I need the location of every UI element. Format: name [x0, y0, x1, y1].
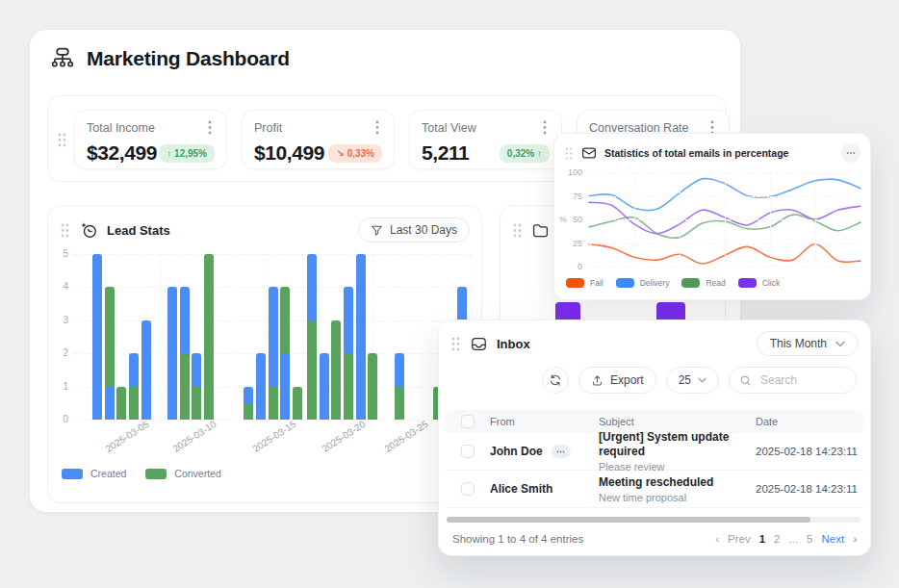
lead-stats-title: Lead Stats — [107, 223, 170, 238]
row-checkbox[interactable] — [461, 482, 475, 496]
bar-segment — [256, 353, 266, 420]
bar-segment — [180, 287, 190, 353]
legend-swatch — [738, 278, 757, 288]
drag-handle-icon[interactable] — [60, 222, 70, 239]
legend-item: Delivery — [616, 278, 670, 288]
stat-value: $10,499 — [254, 141, 324, 165]
horizontal-scrollbar[interactable] — [447, 517, 860, 523]
kebab-icon[interactable] — [540, 119, 550, 136]
x-axis-label: 2025-03-20 — [314, 415, 372, 458]
bar — [395, 353, 404, 420]
kebab-icon[interactable] — [205, 119, 215, 136]
email-subject: [Urgent] System update required — [599, 430, 756, 459]
legend-swatch — [62, 469, 83, 479]
bar-segment — [331, 320, 341, 420]
email-stats-card: Statistics of total emails in percentage… — [553, 133, 871, 300]
bar-segment — [395, 353, 404, 386]
legend-swatch — [145, 469, 167, 479]
prev-chevron[interactable]: ‹ — [715, 533, 719, 545]
page-5[interactable]: 5 — [807, 533, 812, 545]
bar-segment — [116, 387, 126, 420]
stat-label: Profit — [254, 121, 282, 135]
bar-segment — [192, 387, 201, 420]
y-axis-tick: 2 — [53, 347, 68, 358]
gridline — [161, 254, 162, 420]
table-row[interactable]: John Doe [Urgent] System update required… — [446, 433, 863, 471]
page-1[interactable]: 1 — [759, 533, 765, 545]
legend-label: Read — [706, 278, 725, 288]
stat-card-total-income: Total Income $32,499 ↑ 12,95% — [74, 110, 227, 169]
page-2[interactable]: 2 — [774, 533, 780, 545]
legend-label: Converted — [174, 468, 220, 479]
drag-handle-icon[interactable] — [564, 146, 574, 161]
gridline — [815, 172, 816, 267]
search-input[interactable] — [758, 372, 846, 388]
bar — [244, 387, 253, 420]
drag-handle-icon[interactable] — [57, 132, 67, 148]
email-stats-legend: FailDeliveryReadClick — [566, 278, 780, 288]
trend-badge: 0,32% ↑ — [500, 144, 550, 163]
bar-segment — [344, 353, 353, 420]
envelope-icon — [581, 145, 597, 161]
page-size-select[interactable]: 25 — [666, 367, 719, 394]
bar-segment — [105, 287, 115, 386]
x-axis-label: 2025-03-25 — [376, 415, 435, 458]
bar-segment — [280, 287, 290, 353]
export-button[interactable]: Export — [578, 367, 656, 394]
bar-segment — [320, 353, 329, 420]
period-select[interactable]: This Month — [757, 331, 859, 356]
bar — [167, 287, 177, 420]
sitemap-icon — [49, 45, 76, 72]
gridline — [770, 172, 771, 267]
period-label: This Month — [770, 337, 827, 350]
date-filter-button[interactable]: Last 30 Days — [358, 217, 470, 243]
prev-button[interactable]: Prev — [728, 533, 751, 545]
row-menu-button[interactable] — [552, 445, 571, 458]
bar-segment — [269, 287, 278, 386]
inbox-toolbar: Export 25 — [542, 367, 857, 394]
bar — [105, 287, 115, 420]
select-all-checkbox[interactable] — [461, 415, 475, 428]
folder-icon — [531, 221, 550, 240]
kebab-icon[interactable] — [372, 119, 382, 136]
next-chevron[interactable]: › — [853, 533, 857, 545]
email-stats-chart: 0255075100% — [589, 172, 860, 267]
scrollbar-thumb[interactable] — [447, 517, 810, 523]
x-axis-label: 2025-03-10 — [165, 415, 223, 458]
bar — [356, 254, 366, 420]
next-button[interactable]: Next — [822, 533, 845, 545]
email-subject: Meeting rescheduled — [599, 475, 756, 490]
search-box — [729, 367, 857, 394]
y-axis-tick: 5 — [53, 248, 68, 259]
bar-segment — [167, 287, 177, 420]
email-date: 2025-02-18 14:23:11 — [756, 483, 863, 495]
x-axis-label: 2025-03-15 — [244, 415, 303, 458]
lead-stats-chart: 0123452025-03-052025-03-102025-03-152025… — [74, 254, 473, 420]
row-checkbox[interactable] — [461, 445, 475, 458]
bar-segment — [244, 387, 253, 403]
bar-segment — [192, 353, 201, 386]
stat-card-profit: Profit $10,499 ↘ 0,33% — [242, 110, 395, 169]
bar — [307, 254, 317, 420]
y-axis-tick: 0 — [563, 262, 582, 271]
bar-segment — [204, 254, 214, 420]
y-axis-tick: 75 — [563, 192, 582, 201]
ellipsis-menu-button[interactable] — [841, 143, 860, 163]
bar-segment — [105, 387, 115, 420]
drag-handle-icon[interactable] — [450, 336, 461, 352]
search-icon — [739, 374, 752, 387]
export-label: Export — [610, 373, 644, 387]
refresh-button[interactable] — [542, 367, 569, 394]
legend-swatch — [616, 278, 634, 288]
bar — [116, 387, 126, 420]
dashboard-page: Marketing Dashboard Total Income — [0, 0, 899, 588]
legend-label: Created — [90, 468, 126, 479]
gridline — [589, 267, 860, 268]
chevron-down-icon — [698, 377, 706, 383]
drag-handle-icon[interactable] — [512, 222, 523, 239]
gridline — [74, 254, 473, 255]
bar-segment — [356, 254, 366, 420]
gridline — [74, 420, 473, 421]
column-header-date: Date — [756, 416, 863, 427]
table-row[interactable]: Alice Smith Meeting rescheduled New time… — [446, 471, 863, 508]
